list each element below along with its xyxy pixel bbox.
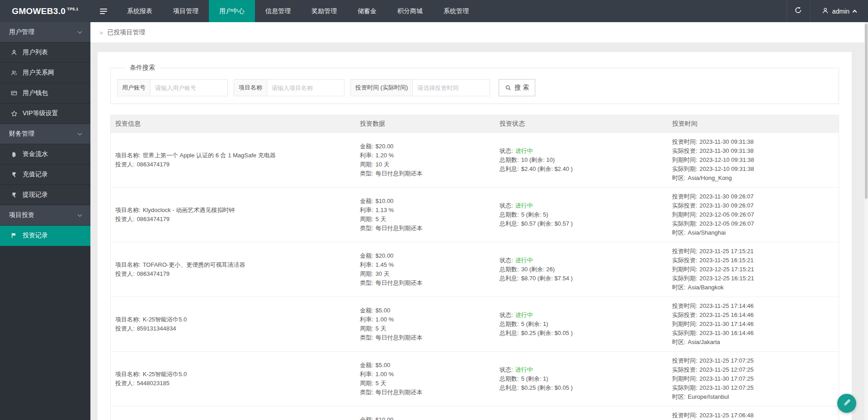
actual-invest-time-label: 实际投资: <box>672 257 698 264</box>
cell-invest-time: 投资时间:2023-11-25 17:07:25实际投资:2023-11-25 … <box>668 356 839 401</box>
actual-invest-time-value: 2023-11-30 09:31:38 <box>699 147 754 154</box>
actual-invest-time: 实际投资:2023-11-25 16:14:46 <box>672 311 834 320</box>
nav-item[interactable]: 积分商城 <box>387 0 433 22</box>
interest-rate-value: 1.00 % <box>376 371 394 378</box>
amount: 金额:$20.00 <box>360 142 491 151</box>
investor-id: 投资人:0863474179 <box>115 269 351 278</box>
users-icon <box>10 70 18 76</box>
project-name-value: Klydoclock - 动画艺术遇见模拟时钟 <box>143 207 235 213</box>
amount-label: 金额: <box>360 143 373 150</box>
cell-invest-status: 状态:进行中总期数:10 (剩余: 10)总利息:$2.40 (剩余: $2.4… <box>495 146 668 174</box>
search-button[interactable]: 搜 索 <box>499 79 535 96</box>
search-input[interactable] <box>267 79 344 96</box>
interest-rate-label: 利率: <box>360 371 373 378</box>
total-interest: 总利息:$0.25 (剩余: $0.05 ) <box>500 329 663 338</box>
search-field-label: 用户账号 <box>117 79 151 96</box>
floating-action-button[interactable] <box>837 394 856 413</box>
project-name: 项目名称:K-25智能浴巾5.0 <box>115 315 351 324</box>
sidebar: 用户管理用户列表用户关系网用户钱包VIP等级设置财务管理฿资金流水₹充值记录₹提… <box>0 22 90 420</box>
menu-toggle-icon[interactable] <box>90 0 117 22</box>
column-header: 投资时间 <box>668 120 839 128</box>
payout-type-value: 每日付息到期还本 <box>376 170 423 177</box>
search-field-group: 投资时间 (实际时间) <box>350 79 490 96</box>
timezone-value: Asia/Shanghai <box>688 229 726 236</box>
sidebar-item[interactable]: ₹提现记录 <box>0 185 90 205</box>
breadcrumb-arrows-icon: » <box>99 28 103 36</box>
status-label: 状态: <box>500 257 513 264</box>
nav-item[interactable]: 信息管理 <box>255 0 301 22</box>
nav-item[interactable]: 奖励管理 <box>301 0 347 22</box>
invest-time-value: 2023-11-30 09:26:07 <box>699 193 754 200</box>
invest-time-value: 2023-11-25 17:07:25 <box>699 357 754 364</box>
actual-invest-time: 实际投资:2023-11-30 09:26:07 <box>672 201 834 210</box>
sidebar-section[interactable]: 项目投资 <box>0 205 90 226</box>
interest-rate: 利率:1.13 % <box>360 206 491 215</box>
timezone: 时区:Asia/Shanghai <box>672 228 834 237</box>
nav-item[interactable]: 项目管理 <box>163 0 209 22</box>
refresh-button[interactable] <box>787 0 810 22</box>
sidebar-section[interactable]: 用户管理 <box>0 22 90 42</box>
sidebar-item-label: 用户钱包 <box>23 89 48 97</box>
sidebar-item-label: 资金流水 <box>23 150 48 158</box>
search-field-label: 项目名称 <box>234 79 267 96</box>
sidebar-item[interactable]: ₹充值记录 <box>0 165 90 185</box>
page-title: 已投项目管理 <box>107 28 145 37</box>
due-time-value: 2023-11-30 17:07:25 <box>699 375 754 382</box>
actual-due-time: 实际到期:2023-11-30 12:07:25 <box>672 383 834 392</box>
period-label: 周期: <box>360 270 373 277</box>
actual-due-time-value: 2023-11-30 16:14:46 <box>699 330 754 336</box>
interest-rate-value: 1.13 % <box>376 207 394 213</box>
invest-time: 投资时间:2023-11-30 09:31:38 <box>672 137 834 146</box>
sidebar-item[interactable]: 用户关系网 <box>0 63 90 83</box>
actual-due-time-label: 实际到期: <box>672 330 698 336</box>
status: 状态:进行中 <box>500 311 663 320</box>
top-nav-menu: 系统报表项目管理用户中心信息管理奖励管理储蓄金积分商城系统管理 <box>117 0 479 22</box>
sidebar-section[interactable]: 财务管理 <box>0 124 90 144</box>
sidebar-item[interactable]: 用户钱包 <box>0 83 90 104</box>
table-row: 项目名称:K-25智能浴巾5.0投资人:859131344834金额:$5.00… <box>111 297 839 351</box>
cell-invest-data: 金额:$10.00利率:1.13 %周期:5 天类型:每日付息到期还本 <box>355 197 495 233</box>
search-input[interactable] <box>150 79 228 96</box>
user-menu[interactable]: admin <box>810 0 868 22</box>
total-periods-label: 总期数: <box>500 266 519 273</box>
column-header: 投资状态 <box>495 120 668 128</box>
nav-item[interactable]: 用户中心 <box>209 0 255 22</box>
actual-invest-time-label: 实际投资: <box>672 366 698 373</box>
investor-id: 投资人:859131344834 <box>115 324 351 333</box>
nav-item[interactable]: 储蓄金 <box>347 0 387 22</box>
sidebar-item[interactable]: ฿资金流水 <box>0 144 90 165</box>
status-value: 进行中 <box>515 202 533 209</box>
invest-time: 投资时间:2023-11-25 17:15:21 <box>672 247 834 256</box>
payout-type-value: 每日付息到期还本 <box>376 334 423 341</box>
total-interest: 总利息:$0.57 (剩余: $0.57 ) <box>500 219 663 228</box>
period-value: 5 天 <box>376 325 387 332</box>
sidebar-item[interactable]: 用户列表 <box>0 42 90 63</box>
sidebar-section-label: 用户管理 <box>9 28 34 36</box>
nav-item[interactable]: 系统报表 <box>117 0 163 22</box>
total-interest-value: $0.25 (剩余: $0.05 ) <box>521 384 573 391</box>
investor-id-label: 投资人: <box>115 216 135 222</box>
sidebar-item[interactable]: VIP等级设置 <box>0 104 90 124</box>
actual-due-time-label: 实际到期: <box>672 165 698 172</box>
vertical-scrollbar[interactable] <box>864 22 868 420</box>
sidebar-item[interactable]: 投资记录 <box>0 226 90 246</box>
search-input[interactable] <box>412 79 490 96</box>
project-name-value: 世界上第一个 Apple 认证的 6 合 1 MagSafe 充电器 <box>143 152 276 159</box>
cell-invest-data: 金额:$20.00利率:1.45 %周期:30 天类型:每日付息到期还本 <box>355 251 495 288</box>
column-header: 投资信息 <box>111 120 355 128</box>
period-label: 周期: <box>360 325 373 332</box>
invest-time-label: 投资时间: <box>672 248 698 255</box>
project-name-label: 项目名称: <box>115 207 141 213</box>
status-label: 状态: <box>500 202 513 209</box>
nav-item[interactable]: 系统管理 <box>433 0 479 22</box>
investor-id: 投资人:0863474179 <box>115 160 351 169</box>
search-fieldset: 条件搜索 用户账号项目名称投资时间 (实际时间)搜 索 <box>110 64 839 104</box>
status-value: 进行中 <box>515 311 533 318</box>
amount-label: 金额: <box>360 362 373 368</box>
navbar-right: admin <box>787 0 868 22</box>
scrollbar-thumb[interactable] <box>865 24 868 199</box>
amount-value: $5.00 <box>376 307 391 314</box>
actual-invest-time-value: 2023-11-30 09:26:07 <box>699 202 754 209</box>
due-time: 到期时间:2023-11-30 17:14:46 <box>672 320 834 329</box>
project-name: 项目名称:Klydoclock - 动画艺术遇见模拟时钟 <box>115 206 351 215</box>
